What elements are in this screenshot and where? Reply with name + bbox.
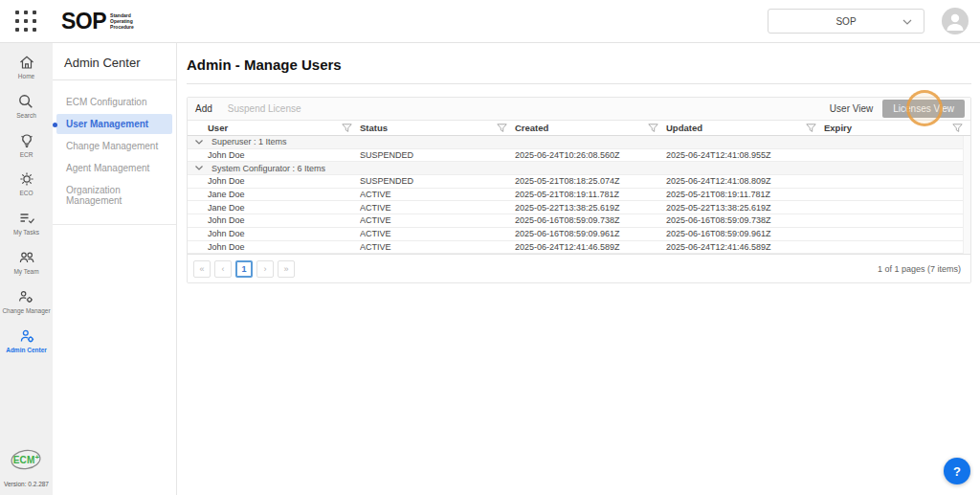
- cell-created: 2025-06-16T08:59:09.738Z: [515, 215, 666, 225]
- ecm-logo-ellipse: [8, 448, 44, 471]
- last-page-button[interactable]: »: [278, 260, 295, 278]
- cell-user: John Doe: [188, 242, 360, 252]
- licenses-view-button[interactable]: Licenses View: [882, 100, 965, 118]
- chevron-down-icon[interactable]: [194, 165, 204, 171]
- title-divider: [187, 83, 971, 84]
- sidebar-item-ecm-configuration[interactable]: ECM Configuration: [56, 92, 172, 112]
- cell-updated: 2025-06-24T12:41:08.955Z: [666, 150, 824, 160]
- table-row[interactable]: Jane DoeACTIVE2025-05-21T08:19:11.781Z20…: [188, 189, 970, 202]
- rail-item-eco[interactable]: ECO: [17, 169, 36, 197]
- cell-created: 2025-05-22T13:38:25.619Z: [515, 203, 666, 213]
- change-manager-icon: [16, 287, 35, 306]
- chevron-down-icon[interactable]: [194, 139, 204, 146]
- table-row[interactable]: John DoeACTIVE2025-06-16T08:59:09.961Z20…: [188, 228, 970, 241]
- filter-icon[interactable]: [806, 124, 816, 133]
- gear-icon: [17, 169, 36, 189]
- user-icon: [942, 8, 969, 34]
- cell-status: ACTIVE: [360, 242, 515, 252]
- table-body: Superuser : 1 ItemsJohn DoeSUSPENDED2025…: [188, 136, 970, 254]
- rail-item-change-manager[interactable]: Change Manager: [2, 287, 50, 315]
- table-row[interactable]: John DoeSUSPENDED2025-05-21T08:18:25.074…: [188, 175, 970, 189]
- table-header: User Status Created Updated Expiry: [188, 121, 970, 136]
- cell-created: 2025-06-24T10:26:08.560Z: [515, 150, 666, 160]
- table-row[interactable]: John DoeSUSPENDED2025-06-24T10:26:08.560…: [188, 149, 970, 163]
- cell-user: John Doe: [188, 215, 360, 225]
- cell-user: John Doe: [188, 229, 360, 238]
- rail-item-ecr[interactable]: ECR: [17, 131, 36, 159]
- first-page-button[interactable]: «: [193, 260, 211, 278]
- table-row[interactable]: John DoeACTIVE2025-06-24T12:41:46.589Z20…: [188, 241, 970, 255]
- rail-item-my-tasks[interactable]: My Tasks: [13, 209, 39, 236]
- icon-rail: Home Search ECR ECO My Tasks My Team Cha…: [0, 43, 53, 495]
- team-icon: [17, 248, 36, 267]
- cell-status: ACTIVE: [360, 203, 515, 213]
- add-button[interactable]: Add: [195, 103, 212, 114]
- app-select[interactable]: SOP: [768, 9, 924, 34]
- group-label: Superuser : 1 Items: [188, 137, 287, 146]
- filter-icon[interactable]: [497, 124, 507, 133]
- lightbulb-icon: [17, 131, 36, 150]
- cell-updated: 2025-06-24T12:41:08.809Z: [666, 176, 824, 186]
- sidebar: Admin Center ECM Configuration User Mana…: [53, 43, 177, 495]
- search-icon: [16, 92, 35, 111]
- vertical-scrollbar[interactable]: [963, 136, 970, 254]
- column-header-user: User: [208, 123, 228, 133]
- column-header-expiry: Expiry: [824, 123, 852, 133]
- grid-footer: « ‹ 1 › » 1 of 1 pages (7 items): [188, 254, 970, 282]
- admin-center-icon: [17, 326, 36, 346]
- prev-page-button[interactable]: ‹: [214, 260, 232, 278]
- rail-item-home[interactable]: Home: [17, 53, 36, 80]
- cell-status: ACTIVE: [360, 229, 515, 238]
- cell-status: SUSPENDED: [360, 150, 515, 160]
- version-label: Version: 0.2.287: [4, 481, 49, 487]
- app-launcher-icon[interactable]: [15, 11, 36, 32]
- rail-item-search[interactable]: Search: [16, 92, 36, 120]
- filter-icon[interactable]: [952, 124, 963, 133]
- cell-user: John Doe: [188, 176, 360, 186]
- cell-updated: 2025-06-16T08:59:09.738Z: [666, 215, 824, 225]
- filter-icon[interactable]: [342, 124, 352, 133]
- help-button[interactable]: ?: [944, 458, 970, 484]
- cell-user: Jane Doe: [188, 190, 360, 199]
- main-content: Admin - Manage Users Add Suspend License…: [177, 43, 980, 495]
- group-row[interactable]: System Configurator : 6 Items: [188, 162, 970, 175]
- rail-item-admin-center[interactable]: Admin Center: [6, 326, 47, 354]
- top-bar: SOP Standard Operating Procedure SOP: [0, 0, 980, 43]
- column-header-updated: Updated: [666, 123, 702, 133]
- suspend-license-button[interactable]: Suspend License: [228, 103, 301, 114]
- home-icon: [17, 53, 36, 72]
- sidebar-item-user-management[interactable]: User Management: [56, 114, 172, 134]
- table-row[interactable]: Jane DoeACTIVE2025-05-22T13:38:25.619Z20…: [188, 201, 970, 214]
- next-page-button[interactable]: ›: [256, 260, 274, 278]
- group-row[interactable]: Superuser : 1 Items: [188, 136, 970, 149]
- cell-user: Jane Doe: [188, 203, 360, 213]
- page-number-button[interactable]: 1: [235, 260, 253, 278]
- sidebar-item-agent-management[interactable]: Agent Management: [56, 158, 172, 178]
- group-label: System Configurator : 6 Items: [188, 164, 325, 173]
- avatar[interactable]: [942, 8, 969, 34]
- cell-user: John Doe: [188, 150, 360, 160]
- logo-subtext: Standard Operating Procedure: [110, 12, 134, 31]
- sidebar-item-organization-management[interactable]: Organization Management: [56, 180, 172, 211]
- cell-created: 2025-05-21T08:19:11.781Z: [515, 190, 666, 199]
- task-list-icon: [17, 209, 36, 228]
- page-summary: 1 of 1 pages (7 items): [878, 264, 961, 274]
- cell-status: ACTIVE: [360, 190, 515, 199]
- cell-status: ACTIVE: [360, 215, 515, 225]
- column-header-status: Status: [360, 123, 388, 133]
- table-row[interactable]: John DoeACTIVE2025-06-16T08:59:09.738Z20…: [188, 214, 970, 228]
- pager: « ‹ 1 › »: [193, 260, 295, 278]
- sidebar-title: Admin Center: [53, 53, 176, 80]
- filter-icon[interactable]: [648, 124, 658, 133]
- cell-updated: 2025-05-22T13:38:25.619Z: [666, 203, 824, 213]
- ecm-logo: ECM+: [5, 446, 47, 473]
- sidebar-item-change-management[interactable]: Change Management: [56, 136, 172, 156]
- app-select-value: SOP: [835, 16, 856, 27]
- cell-status: SUSPENDED: [360, 176, 515, 186]
- grid-toolbar: Add Suspend License User View Licenses V…: [188, 98, 970, 121]
- rail-footer: ECM+ Version: 0.2.287: [4, 446, 49, 495]
- chevron-down-icon: [902, 19, 912, 25]
- cell-created: 2025-06-16T08:59:09.961Z: [515, 229, 666, 238]
- user-view-button[interactable]: User View: [830, 103, 873, 114]
- rail-item-my-team[interactable]: My Team: [13, 248, 38, 276]
